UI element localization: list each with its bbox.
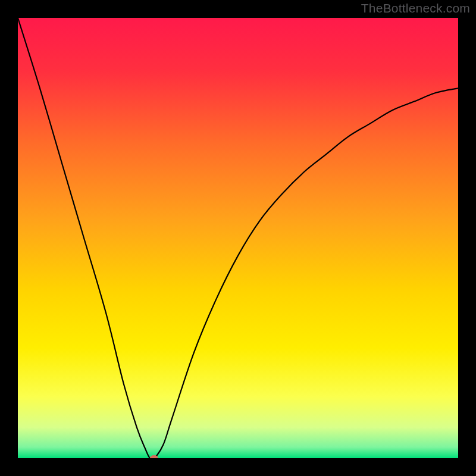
plot-area <box>18 18 458 458</box>
chart-frame: TheBottleneck.com <box>0 0 476 476</box>
bottleneck-curve <box>18 18 458 458</box>
watermark-text: TheBottleneck.com <box>361 1 470 15</box>
optimal-marker <box>150 455 158 458</box>
